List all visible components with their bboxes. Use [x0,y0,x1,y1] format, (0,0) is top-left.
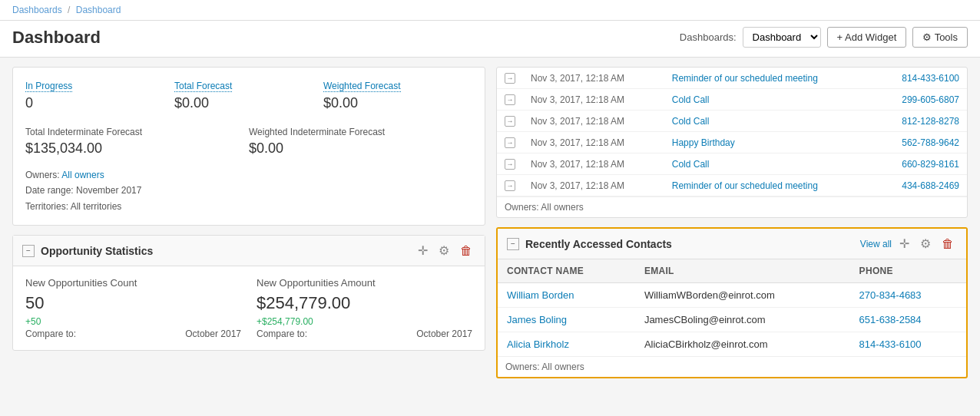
forecast-stats-row2: Total Indeterminate Forecast $135,034.00… [25,124,472,160]
activity-row-date: Nov 3, 2017, 12:18 AM [523,89,664,111]
forecast-stats-card: In Progress 0 Total Forecast $0.00 Weigh… [12,67,485,226]
dashboard-select[interactable]: Dashboard [743,27,821,48]
activity-row-date: Nov 3, 2017, 12:18 AM [523,154,664,175]
activity-row-subject[interactable]: Cold Call [664,89,873,111]
activity-row-subject[interactable]: Cold Call [664,111,873,132]
dashboards-label: Dashboards: [680,31,737,43]
new-opps-count-value: 50 [25,293,241,313]
opp-stats-grid: New Opportunities Count 50 +50 Compare t… [25,277,472,339]
activity-row-phone[interactable]: 812-128-8278 [872,111,967,132]
activity-row: → Nov 3, 2017, 12:18 AM Cold Call 299-60… [497,89,967,111]
contact-email: WilliamWBorden@einrot.com [635,283,850,308]
total-forecast-label: Total Forecast [174,81,232,92]
new-opps-amount-compare: Compare to: October 2017 [257,329,472,339]
activity-row-icon: → [497,111,523,132]
weighted-indeterminate-value: $0.00 [249,140,472,157]
opp-add-icon[interactable]: ✛ [415,242,431,259]
opportunity-statistics-card: − Opportunity Statistics ✛ ⚙ 🗑 New Oppor… [12,235,485,351]
total-indeterminate-stat: Total Indeterminate Forecast $135,034.00 [25,124,249,160]
activity-row: → Nov 3, 2017, 12:18 AM Reminder of our … [497,68,967,89]
new-opps-count-change: +50 [25,316,241,327]
activity-row-phone[interactable]: 660-829-8161 [872,154,967,175]
activity-row-icon: → [497,154,523,175]
weighted-indeterminate-stat: Weighted Indeterminate Forecast $0.00 [249,124,472,160]
contacts-card-title: Recently Accessed Contacts [525,238,672,250]
activity-row-subject[interactable]: Cold Call [664,154,873,175]
opp-card-body: New Opportunities Count 50 +50 Compare t… [13,266,485,350]
breadcrumb-dashboard[interactable]: Dashboard [76,5,121,15]
contact-phone[interactable]: 651-638-2584 [850,308,966,332]
contact-name[interactable]: James Boling [498,308,635,332]
date-range-value: November 2017 [76,185,141,196]
opp-delete-icon[interactable]: 🗑 [457,243,475,259]
opp-card-title: Opportunity Statistics [41,245,153,257]
activity-row-phone[interactable]: 299-605-6807 [872,89,967,111]
contact-phone[interactable]: 814-433-6100 [850,332,966,357]
contacts-card-actions: View all ✛ ⚙ 🗑 [860,235,957,253]
contact-row: James Boling JamesCBoling@einrot.com 651… [498,308,966,332]
contacts-col-phone: PHONE [850,259,966,283]
activity-row: → Nov 3, 2017, 12:18 AM Cold Call 660-82… [497,154,967,175]
new-opps-count-compare: Compare to: October 2017 [25,329,241,339]
activity-row-subject[interactable]: Happy Birthday [664,132,873,154]
opp-card-header: − Opportunity Statistics ✛ ⚙ 🗑 [13,236,485,266]
contact-row: Alicia Birkholz AliciaCBirkholz@einrot.c… [498,332,966,357]
new-opps-amount-compare-label: Compare to: [257,329,307,339]
contact-phone[interactable]: 270-834-4683 [850,283,966,308]
activity-row-icon: → [497,175,523,196]
activity-row-date: Nov 3, 2017, 12:18 AM [523,111,664,132]
in-progress-label: In Progress [25,81,72,92]
contact-email: AliciaCBirkholz@einrot.com [635,332,850,357]
new-opps-count-compare-value: October 2017 [185,329,241,339]
activity-row-phone[interactable]: 434-688-2469 [872,175,967,196]
weighted-forecast-label: Weighted Forecast [323,81,401,92]
contacts-table: CONTACT NAME EMAIL PHONE William Borden … [498,259,966,356]
stats-meta: Owners: All owners Date range: November … [25,167,472,214]
opp-card-actions: ✛ ⚙ 🗑 [415,242,475,259]
main-content: In Progress 0 Total Forecast $0.00 Weigh… [0,58,980,404]
tools-button[interactable]: ⚙ Tools [912,27,968,48]
date-range-label: Date range: [25,185,74,196]
owners-label: Owners: [25,170,60,180]
activity-row-icon: → [497,132,523,154]
contacts-view-all-link[interactable]: View all [860,239,892,249]
contact-name[interactable]: Alicia Birkholz [498,332,635,357]
header-controls: Dashboards: Dashboard + Add Widget ⚙ Too… [680,27,968,48]
total-forecast-value: $0.00 [174,95,323,111]
add-widget-button[interactable]: + Add Widget [827,27,907,48]
opp-settings-icon[interactable]: ⚙ [435,242,452,259]
contacts-collapse-icon[interactable]: − [507,238,519,250]
activity-row-date: Nov 3, 2017, 12:18 AM [523,132,664,154]
new-opps-amount-change: +$254,779.00 [257,316,472,327]
contacts-settings-icon[interactable]: ⚙ [917,235,934,253]
page-header: Dashboard Dashboards: Dashboard + Add Wi… [0,21,980,58]
activity-row-phone[interactable]: 814-433-6100 [872,68,967,89]
breadcrumb-separator: / [68,5,70,15]
weighted-forecast-stat: Weighted Forecast $0.00 [323,75,472,116]
territories-value: All territories [71,201,122,212]
owners-value-link[interactable]: All owners [61,170,104,180]
breadcrumb-dashboards[interactable]: Dashboards [12,5,62,15]
contact-row: William Borden WilliamWBorden@einrot.com… [498,283,966,308]
activity-row-icon: → [497,89,523,111]
collapse-icon[interactable]: − [22,245,35,257]
activity-row-icon: → [497,68,523,89]
breadcrumb: Dashboards / Dashboard [12,5,121,15]
contact-name[interactable]: William Borden [498,283,635,308]
contacts-delete-icon[interactable]: 🗑 [939,236,957,253]
new-opps-amount-compare-value: October 2017 [416,329,472,339]
weighted-forecast-value: $0.00 [323,95,472,111]
opp-card-header-left: − Opportunity Statistics [22,245,153,257]
activity-row: → Nov 3, 2017, 12:18 AM Happy Birthday 5… [497,132,967,154]
contacts-col-name: CONTACT NAME [498,259,635,283]
activity-owners-footer: Owners: All owners [497,196,967,217]
in-progress-stat: In Progress 0 [25,75,174,116]
contacts-card-header-left: − Recently Accessed Contacts [507,238,672,250]
activity-row-subject[interactable]: Reminder of our scheduled meeting [664,175,873,196]
total-forecast-stat: Total Forecast $0.00 [174,75,323,116]
activity-row-date: Nov 3, 2017, 12:18 AM [523,68,664,89]
activity-row-phone[interactable]: 562-788-9642 [872,132,967,154]
activity-row-subject[interactable]: Reminder of our scheduled meeting [664,68,873,89]
activity-row-date: Nov 3, 2017, 12:18 AM [523,175,664,196]
contacts-add-icon[interactable]: ✛ [896,235,912,253]
